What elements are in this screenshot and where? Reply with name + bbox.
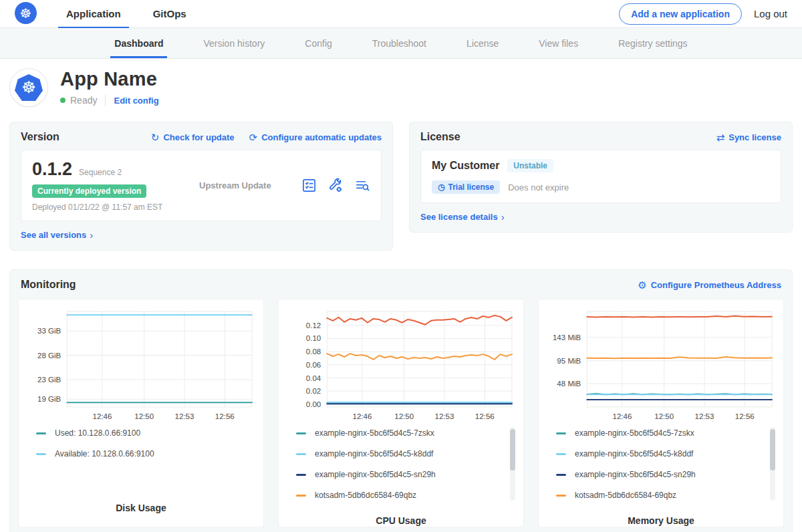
svg-text:12:56: 12:56: [475, 412, 495, 420]
sync-icon: ⇄: [716, 132, 725, 142]
legend-label: example-nginx-5bc6f5d4c5-sn29h: [315, 470, 436, 479]
legend-label: example-nginx-5bc6f5d4c5-7zskx: [315, 428, 434, 438]
tab-config[interactable]: Config: [303, 28, 333, 58]
chevron-right-icon: ›: [501, 211, 505, 223]
legend-scrollbar-thumb[interactable]: [510, 429, 515, 471]
monitoring-section: Monitoring ⚙ Configure Prometheus Addres…: [9, 269, 793, 532]
legend-scrollbar[interactable]: [770, 427, 775, 501]
currently-deployed-badge: Currently deployed version: [32, 184, 146, 198]
schedule-refresh-icon: ⟳: [249, 132, 258, 142]
license-card: License ⇄ Sync license My Customer Unsta…: [409, 122, 793, 233]
customer-name: My Customer: [432, 160, 499, 172]
svg-text:12:53: 12:53: [695, 412, 714, 420]
svg-text:12:46: 12:46: [352, 412, 372, 420]
cpu-usage-chart: 0.000.020.040.060.080.100.1212:4612:5012…: [285, 306, 517, 424]
cpu-usage-chart-panel: 0.000.020.040.060.080.100.1212:4612:5012…: [278, 299, 524, 527]
legend-color-dash: [296, 432, 306, 434]
svg-text:12:50: 12:50: [654, 412, 674, 420]
disk-usage-chart: 19 GiB23 GiB28 GiB33 GiB12:4612:5012:531…: [25, 306, 257, 424]
version-number: 0.1.2: [32, 159, 72, 180]
sync-license-link[interactable]: ⇄ Sync license: [716, 132, 781, 142]
legend-item: kotsadm-5db6dc6584-69qbz: [556, 491, 765, 500]
refresh-icon: ↻: [151, 132, 160, 142]
disk-usage-legend: Used: 10.128.0.66:9100Available: 10.128.…: [25, 424, 257, 499]
see-license-details-link[interactable]: See license details ›: [420, 211, 505, 223]
app-sub-nav: Dashboard Version history Config Trouble…: [0, 28, 802, 59]
svg-text:12:50: 12:50: [394, 412, 414, 420]
license-card-title: License: [420, 131, 460, 143]
kubernetes-logo-icon[interactable]: ☸: [15, 2, 37, 24]
preflight-checks-icon[interactable]: [301, 178, 317, 194]
trial-license-badge: ◷ Trial license: [432, 180, 500, 194]
version-card-title: Version: [21, 131, 59, 143]
version-sequence: Sequence 2: [79, 168, 122, 177]
see-all-versions-link[interactable]: See all versions ›: [21, 229, 93, 241]
svg-text:0.10: 0.10: [306, 334, 321, 342]
legend-label: kotsadm-5db6dc6584-69qbz: [575, 491, 676, 500]
legend-label: example-nginx-5bc6f5d4c5-7zskx: [575, 428, 694, 438]
add-application-button[interactable]: Add a new application: [619, 3, 742, 25]
app-status: Ready: [70, 95, 97, 106]
tab-license[interactable]: License: [465, 28, 500, 58]
tab-application[interactable]: Application: [58, 0, 129, 27]
legend-scrollbar-thumb[interactable]: [770, 429, 775, 471]
memory-usage-legend: example-nginx-5bc6f5d4c5-7zskxexample-ng…: [545, 424, 777, 511]
tab-registry-settings[interactable]: Registry settings: [617, 28, 688, 58]
svg-text:12:46: 12:46: [92, 412, 112, 420]
tab-dashboard[interactable]: Dashboard: [113, 28, 164, 58]
tab-gitops[interactable]: GitOps: [145, 0, 194, 27]
check-for-update-link[interactable]: ↻ Check for update: [151, 132, 235, 142]
legend-item: example-nginx-5bc6f5d4c5-k8ddf: [556, 449, 765, 458]
svg-text:12:56: 12:56: [215, 412, 235, 420]
memory-usage-chart-panel: 48 MiB95 MiB143 MiB12:4612:5012:5312:56 …: [538, 299, 784, 527]
memory-usage-chart-title: Memory Usage: [545, 511, 777, 531]
disk-usage-chart-title: Disk Usage: [25, 499, 257, 519]
svg-text:0.04: 0.04: [306, 374, 321, 382]
legend-color-dash: [296, 495, 306, 497]
svg-text:12:50: 12:50: [134, 412, 154, 420]
legend-color-dash: [36, 432, 46, 434]
legend-item: Used: 10.128.0.66:9100: [36, 428, 245, 438]
tab-troubleshoot[interactable]: Troubleshoot: [371, 28, 428, 58]
divider: [105, 95, 106, 106]
chevron-right-icon: ›: [90, 229, 93, 241]
svg-text:12:53: 12:53: [175, 412, 194, 420]
tab-gitops-label: GitOps: [153, 8, 186, 19]
deploy-logs-icon[interactable]: [354, 178, 370, 194]
disk-usage-chart-panel: 19 GiB23 GiB28 GiB33 GiB12:4612:5012:531…: [18, 299, 264, 527]
license-expiry: Does not expire: [508, 182, 569, 192]
version-card: Version ↻ Check for update ⟳ Configure a…: [9, 122, 393, 251]
svg-text:12:56: 12:56: [735, 412, 755, 420]
svg-text:48 MiB: 48 MiB: [557, 380, 581, 388]
svg-text:0.06: 0.06: [306, 361, 321, 369]
edit-config-link[interactable]: Edit config: [114, 96, 158, 106]
top-nav-tabs: Application GitOps: [58, 0, 211, 27]
legend-item: example-nginx-5bc6f5d4c5-sn29h: [296, 470, 505, 479]
tab-version-history[interactable]: Version history: [202, 28, 266, 58]
ready-status-dot: [60, 98, 65, 103]
legend-item: Available: 10.128.0.66:9100: [36, 449, 245, 458]
tab-view-files[interactable]: View files: [537, 28, 579, 58]
legend-color-dash: [556, 495, 566, 497]
legend-color-dash: [296, 474, 306, 476]
svg-text:12:46: 12:46: [612, 412, 632, 420]
cpu-usage-legend: example-nginx-5bc6f5d4c5-7zskxexample-ng…: [285, 424, 517, 511]
legend-label: kotsadm-5db6dc6584-69qbz: [315, 491, 416, 500]
legend-label: example-nginx-5bc6f5d4c5-sn29h: [575, 470, 696, 479]
legend-color-dash: [556, 474, 566, 476]
edit-config-icon[interactable]: [327, 178, 344, 194]
page-title: App Name: [60, 68, 159, 90]
svg-text:0.08: 0.08: [306, 348, 321, 356]
legend-color-dash: [296, 453, 306, 455]
configure-automatic-updates-link[interactable]: ⟳ Configure automatic updates: [249, 132, 382, 142]
legend-color-dash: [556, 453, 566, 455]
legend-scrollbar[interactable]: [510, 427, 515, 501]
svg-text:0.00: 0.00: [306, 400, 321, 408]
legend-color-dash: [36, 453, 46, 455]
upstream-update-label: Upstream Update: [199, 180, 301, 190]
svg-text:33 GiB: 33 GiB: [37, 327, 61, 335]
svg-text:143 MiB: 143 MiB: [553, 334, 581, 342]
logout-button[interactable]: Log out: [754, 8, 787, 19]
cpu-usage-chart-title: CPU Usage: [285, 511, 517, 531]
configure-prometheus-link[interactable]: ⚙ Configure Prometheus Address: [638, 280, 781, 290]
